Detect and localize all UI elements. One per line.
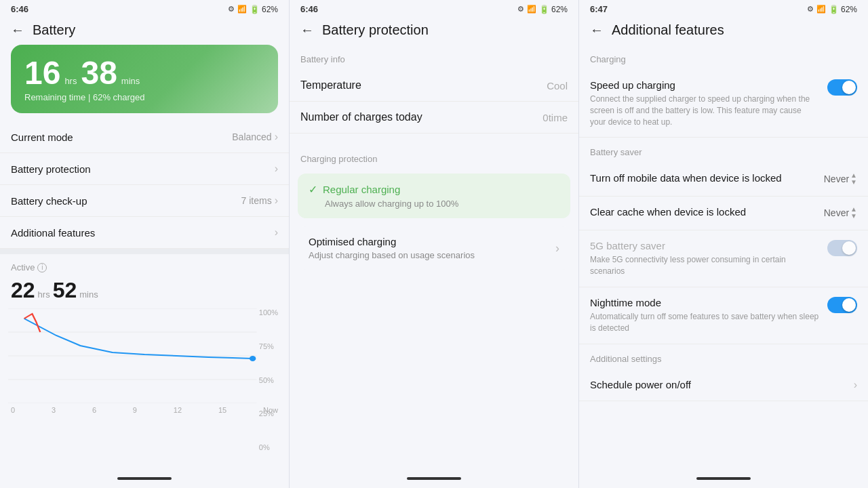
- battery-subtitle: Remaining time | 62% charged: [24, 92, 264, 102]
- panel3-spacer: [579, 401, 868, 472]
- clear-cache-title: Clear cache when device is locked: [590, 206, 816, 218]
- nav-indicator-1: [117, 477, 172, 480]
- active-hrs-unit: hrs: [38, 289, 50, 300]
- chevron-schedule: ›: [854, 379, 857, 391]
- spacer-1: [290, 134, 578, 144]
- chevron-icon-2: ›: [275, 163, 278, 175]
- x-label-12: 12: [174, 406, 182, 414]
- nav-indicator-3: [696, 477, 751, 480]
- charging-section-label: Charging: [579, 45, 868, 70]
- mobile-data-row: Turn off mobile data when device is lock…: [579, 163, 868, 197]
- panel-additional-features: 6:47 ⚙ 📶 🔋 62% ← Additional features Cha…: [579, 0, 868, 488]
- time-2: 6:46: [300, 4, 318, 14]
- temperature-row: Temperature Cool: [290, 70, 578, 102]
- speed-up-desc: Connect the supplied charger to speed up…: [590, 94, 819, 127]
- status-bar-2: 6:46 ⚙ 📶 🔋 62%: [290, 0, 578, 17]
- temperature-value: Cool: [547, 80, 568, 92]
- mobile-data-text: Turn off mobile data when device is lock…: [590, 172, 816, 186]
- menu-current-mode[interactable]: Current mode Balanced ›: [0, 121, 289, 153]
- current-mode-value: Balanced: [232, 131, 271, 142]
- y-label-100: 100%: [259, 308, 278, 317]
- active-mins-unit: mins: [79, 289, 98, 300]
- option1-title: Regular charging: [323, 184, 400, 195]
- top-bar-3: ← Additional features: [579, 17, 868, 45]
- speed-up-toggle[interactable]: [827, 79, 857, 96]
- x-label-15: 15: [218, 406, 226, 414]
- option-optimised-charging[interactable]: Optimised charging Adjust charging based…: [298, 226, 570, 270]
- divider-1: [0, 249, 289, 254]
- 5g-control[interactable]: [827, 240, 857, 256]
- toggle-knob-5g: [842, 241, 856, 255]
- active-hours: 22: [11, 278, 35, 303]
- charges-value: 0time: [542, 112, 568, 123]
- active-label: Active i: [11, 262, 278, 272]
- clear-cache-never[interactable]: Never ▲ ▼: [824, 206, 857, 220]
- speed-up-title: Speed up charging: [590, 79, 819, 91]
- mobile-data-value: Never: [824, 174, 849, 184]
- nighttime-title: Nighttime mode: [590, 297, 819, 308]
- y-label-25: 25%: [259, 409, 278, 418]
- status-icons-1: ⚙ 📶 🔋 62%: [228, 5, 278, 14]
- menu-battery-protection[interactable]: Battery protection ›: [0, 153, 289, 185]
- battery-card: 16 hrs 38 mins Remaining time | 62% char…: [11, 45, 278, 113]
- wifi-icon-2: 📶: [527, 5, 536, 14]
- chart-x-labels: 0 3 6 9 12 15 Now: [8, 406, 281, 414]
- temperature-label: Temperature: [300, 79, 361, 92]
- panel2-spacer: [290, 274, 578, 472]
- 5g-text: 5G battery saver Make 5G connectivity le…: [590, 240, 819, 277]
- battery-chart: 100% 75% 50% 25% 0% 0 3 6 9 12 15: [0, 308, 289, 472]
- mobile-data-control[interactable]: Never ▲ ▼: [824, 172, 857, 186]
- battery-saver-label: Battery saver: [579, 138, 868, 163]
- nighttime-control[interactable]: [827, 297, 857, 313]
- top-bar-1: ← Battery: [0, 17, 289, 45]
- never-arrows-2: ▲ ▼: [850, 206, 857, 220]
- clear-cache-value: Never: [824, 207, 849, 218]
- never-arrows-1: ▲ ▼: [850, 172, 857, 186]
- nighttime-text: Nighttime mode Automatically turn off so…: [590, 297, 819, 334]
- y-label-0: 0%: [259, 443, 278, 451]
- active-label-text: Active: [11, 262, 35, 272]
- option2-row: Optimised charging Adjust charging based…: [309, 236, 559, 260]
- clear-cache-control[interactable]: Never ▲ ▼: [824, 206, 857, 220]
- schedule-power-row[interactable]: Schedule power on/off ›: [579, 369, 868, 401]
- signal-icon: ⚙: [228, 5, 235, 14]
- option1-header: ✓ Regular charging: [309, 183, 559, 196]
- battery-status-icon-3: 🔋 62%: [829, 5, 857, 14]
- speed-up-control[interactable]: [827, 79, 857, 96]
- menu-label-battery-checkup: Battery check-up: [11, 195, 87, 207]
- back-button-2[interactable]: ←: [300, 22, 314, 38]
- time-1: 6:46: [11, 4, 28, 14]
- status-bar-3: 6:47 ⚙ 📶 🔋 62%: [579, 0, 868, 17]
- chevron-icon-4: ›: [275, 226, 278, 239]
- page-title-2: Battery protection: [322, 22, 429, 38]
- page-title-3: Additional features: [612, 22, 724, 38]
- checkup-items: 7 items: [241, 195, 272, 206]
- option-regular-charging[interactable]: ✓ Regular charging Always allow charging…: [298, 174, 570, 218]
- nighttime-toggle[interactable]: [827, 297, 857, 313]
- menu-additional-features[interactable]: Additional features ›: [0, 217, 289, 249]
- 5g-toggle[interactable]: [827, 240, 857, 256]
- chart-y-labels: 100% 75% 50% 25% 0%: [259, 308, 278, 451]
- charging-protection-label: Charging protection: [290, 144, 578, 169]
- mins-label: mins: [121, 76, 140, 86]
- menu-label-current-mode: Current mode: [11, 131, 73, 143]
- info-icon: i: [37, 263, 47, 272]
- mobile-data-title: Turn off mobile data when device is lock…: [590, 172, 816, 184]
- mobile-data-never[interactable]: Never ▲ ▼: [824, 172, 857, 186]
- clear-cache-row: Clear cache when device is locked Never …: [579, 197, 868, 230]
- additional-settings-label: Additional settings: [579, 344, 868, 369]
- check-icon: ✓: [309, 183, 317, 196]
- charges-row: Number of charges today 0time: [290, 102, 578, 134]
- menu-battery-checkup[interactable]: Battery check-up 7 items ›: [0, 185, 289, 217]
- 5g-title: 5G battery saver: [590, 240, 819, 251]
- wifi-icon-3: 📶: [816, 5, 826, 14]
- nav-bar-3: [579, 472, 868, 488]
- y-label-50: 50%: [259, 376, 278, 384]
- signal-icon-2: ⚙: [517, 5, 524, 14]
- option2-desc: Adjust charging based on usage scenarios: [309, 250, 475, 260]
- chevron-icon-3: ›: [275, 195, 278, 207]
- nav-bar-1: [0, 472, 289, 488]
- back-button-1[interactable]: ←: [11, 22, 24, 38]
- speed-up-text: Speed up charging Connect the supplied c…: [590, 79, 819, 127]
- back-button-3[interactable]: ←: [590, 22, 604, 38]
